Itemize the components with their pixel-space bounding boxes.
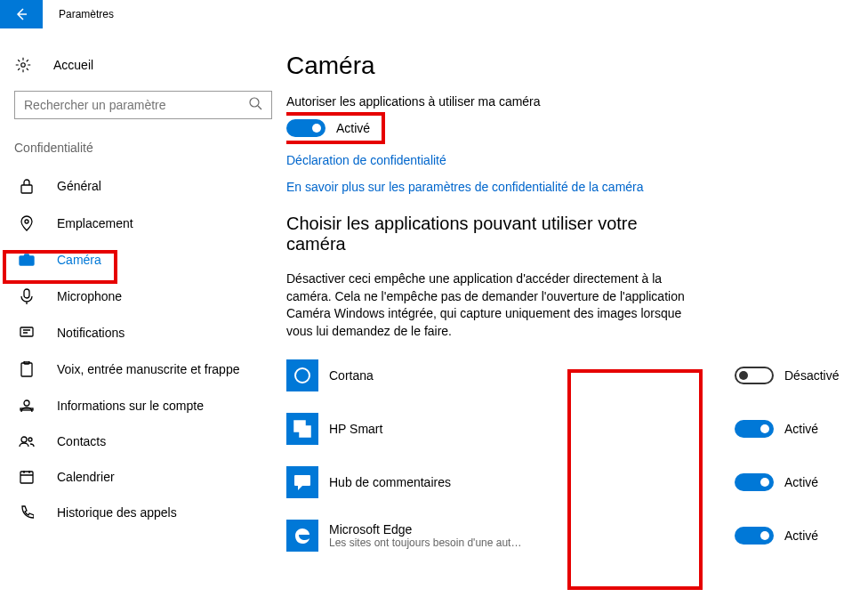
calendar-icon (18, 470, 36, 484)
edge-icon (286, 520, 318, 552)
sidebar-item-notifications[interactable]: Notifications (14, 315, 272, 351)
phone-icon (18, 505, 36, 520)
highlight-app-toggles (567, 369, 703, 590)
svg-point-3 (25, 220, 28, 223)
toggle-label: Activé (784, 475, 818, 489)
sidebar-item-general[interactable]: Général (14, 167, 272, 205)
nav-label: Général (57, 179, 101, 193)
svg-point-12 (21, 437, 27, 442)
home-label: Accueil (53, 58, 93, 72)
home-link[interactable]: Accueil (14, 50, 272, 80)
svg-rect-7 (20, 327, 33, 336)
section-label: Confidentialité (14, 141, 272, 155)
choose-apps-description: Désactiver ceci empêche une application … (286, 270, 687, 340)
nav-label: Notifications (57, 326, 125, 340)
svg-rect-14 (20, 472, 33, 483)
search-field[interactable] (24, 98, 248, 112)
cortana-icon (286, 359, 318, 391)
highlight-camera-nav (3, 250, 117, 284)
sidebar: Accueil Confidentialité Général Emplacem… (0, 28, 286, 597)
main-content: Caméra Autoriser les applications à util… (286, 28, 868, 597)
page-title: Caméra (286, 52, 850, 80)
search-icon (248, 96, 262, 114)
toggle-cortana[interactable] (735, 367, 774, 384)
notification-icon (18, 326, 36, 340)
hpsmart-icon (286, 413, 318, 445)
svg-rect-2 (21, 185, 32, 193)
account-icon (18, 399, 36, 413)
svg-point-13 (28, 438, 32, 441)
toggle-feedback[interactable] (735, 473, 774, 491)
nav-label: Informations sur le compte (57, 399, 204, 413)
learn-more-link[interactable]: En savoir plus sur les paramètres de con… (286, 180, 850, 194)
toggle-hpsmart[interactable] (735, 420, 774, 438)
toggle-label: Activé (784, 422, 818, 436)
privacy-statement-link[interactable]: Déclaration de confidentialité (286, 153, 850, 167)
sidebar-item-calendar[interactable]: Calendrier (14, 459, 272, 495)
back-button[interactable] (0, 0, 43, 28)
sidebar-item-account[interactable]: Informations sur le compte (14, 388, 272, 424)
allow-apps-label: Autoriser les applications à utiliser ma… (286, 94, 850, 109)
nav-label: Historique des appels (57, 505, 177, 520)
clipboard-icon (18, 361, 36, 377)
gear-icon (14, 57, 32, 73)
svg-rect-6 (24, 289, 29, 298)
contacts-icon (18, 435, 36, 448)
nav-label: Contacts (57, 434, 106, 448)
toggle-label: Désactivé (784, 368, 839, 383)
choose-apps-heading: Choisir les applications pouvant utilise… (286, 214, 660, 254)
svg-point-10 (24, 400, 29, 406)
back-arrow-icon (14, 7, 28, 21)
nav-label: Voix, entrée manuscrite et frappe (57, 362, 239, 376)
toggle-label: Activé (784, 528, 818, 543)
toggle-edge[interactable] (735, 527, 774, 545)
lock-icon (18, 178, 36, 194)
window-title: Paramètres (59, 8, 114, 20)
sidebar-item-contacts[interactable]: Contacts (14, 424, 272, 459)
microphone-icon (18, 288, 36, 304)
location-icon (18, 215, 36, 231)
nav-label: Microphone (57, 289, 122, 303)
titlebar: Paramètres (0, 0, 868, 28)
svg-rect-18 (294, 475, 310, 486)
sidebar-item-location[interactable]: Emplacement (14, 205, 272, 242)
highlight-main-toggle (286, 112, 385, 144)
search-input[interactable] (14, 91, 272, 119)
svg-point-1 (250, 98, 259, 107)
sidebar-item-speech[interactable]: Voix, entrée manuscrite et frappe (14, 351, 272, 388)
nav-label: Emplacement (57, 216, 133, 230)
svg-rect-17 (300, 426, 310, 437)
nav-label: Calendrier (57, 470, 115, 484)
svg-rect-8 (21, 363, 32, 376)
sidebar-item-callhistory[interactable]: Historique des appels (14, 495, 272, 530)
feedback-icon (286, 466, 318, 498)
svg-point-0 (21, 63, 26, 68)
svg-point-15 (295, 368, 309, 383)
